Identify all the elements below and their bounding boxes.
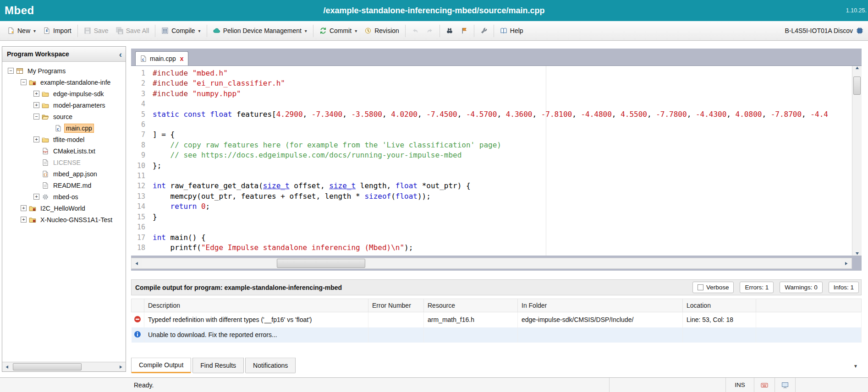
code-content[interactable]: #include "mbed.h"#include "ei_run_classi… — [149, 66, 862, 256]
pelion-device-management-button[interactable]: Pelion Device Management▾ — [209, 24, 311, 37]
code-line: } — [153, 212, 862, 222]
editor-vertical-scrollbar[interactable] — [852, 66, 862, 256]
workspace-scroll-track[interactable] — [12, 362, 116, 371]
find-button[interactable] — [442, 24, 457, 37]
svg-text:c: c — [142, 57, 144, 62]
scroll-left-icon[interactable] — [132, 258, 142, 268]
tree-item-label: example-standalone-infe — [38, 78, 112, 87]
tab-notifications[interactable]: Notifications — [245, 358, 296, 373]
help-button[interactable]: Help — [496, 24, 527, 37]
toolbar-label: Commit — [330, 27, 352, 34]
collapse-icon[interactable]: − — [8, 68, 14, 74]
workspace-scroll-thumb[interactable] — [13, 363, 82, 370]
counter-buttons: Errors: 1Warnings: 0Infos: 1 — [740, 282, 859, 293]
close-tab-icon[interactable]: x — [180, 55, 184, 62]
tree-item-cmakelists-txt[interactable]: TXTCMakeLists.txt — [2, 145, 126, 157]
compile-icon — [161, 27, 169, 34]
tree-item-license[interactable]: LICENSE — [2, 157, 126, 168]
expander-spacer — [33, 171, 39, 177]
chevron-down-icon: ▾ — [305, 28, 307, 33]
tab-find-results[interactable]: Find Results — [192, 358, 244, 373]
tree-item-main-cpp[interactable]: cmain.cpp — [2, 122, 126, 134]
collapse-panel-icon[interactable]: ‹ — [119, 50, 122, 59]
expand-icon[interactable]: + — [33, 102, 39, 108]
vertical-scroll-thumb[interactable] — [853, 76, 861, 95]
editor-horizontal-scrollbar[interactable] — [131, 258, 852, 269]
infos-counter-button[interactable]: Infos: 1 — [829, 282, 859, 293]
my-programs-icon — [16, 67, 23, 75]
find-icon — [446, 27, 453, 34]
result-cell — [683, 327, 756, 343]
import-button[interactable]: Import — [39, 24, 75, 37]
expand-icon[interactable]: + — [33, 91, 39, 97]
line-number: 18 — [131, 243, 145, 253]
panel-menu-button[interactable]: ▼ — [850, 360, 862, 371]
expand-icon[interactable]: + — [21, 217, 27, 223]
svg-text:TXT: TXT — [43, 151, 48, 153]
expand-icon[interactable]: + — [33, 136, 39, 142]
warnings-counter-button[interactable]: Warnings: 0 — [780, 282, 823, 293]
result-cell: arm_math_f16.h — [424, 312, 518, 327]
tree-item-mbed-os[interactable]: +mbed-os — [2, 191, 126, 202]
tab-main-cpp[interactable]: c main.cpp x — [135, 51, 188, 65]
tree-item-readme-md[interactable]: README.md — [2, 180, 126, 191]
expand-icon[interactable]: + — [33, 194, 39, 200]
workspace-horizontal-scrollbar[interactable] — [2, 362, 126, 371]
redo-icon — [426, 27, 434, 34]
folder-icon — [42, 102, 49, 109]
folder-open-icon — [42, 113, 49, 120]
tree-item-label: main.cpp — [64, 124, 94, 133]
tree-item-label: source — [51, 112, 74, 121]
scroll-down-icon[interactable] — [852, 251, 862, 256]
code-line: }; — [153, 161, 862, 171]
wrench-button[interactable] — [477, 24, 491, 37]
tree-item-tflite-model[interactable]: +tflite-model — [2, 134, 126, 145]
tree-item-x-nucleo-gnss1a1-test[interactable]: +X-Nucleo-GNSS1A1-Test — [2, 214, 126, 225]
tree-item-source[interactable]: −source — [2, 111, 126, 122]
keyboard-icon[interactable] — [754, 378, 775, 392]
tree-item-label: model-parameters — [51, 101, 107, 110]
file-icon — [42, 159, 49, 166]
insert-mode-indicator: INS — [725, 378, 754, 392]
display-icon[interactable] — [775, 378, 795, 392]
collapse-icon[interactable]: − — [33, 114, 39, 120]
counter-label: Infos: 1 — [834, 284, 854, 291]
scroll-right-icon[interactable] — [116, 362, 126, 371]
verbose-checkbox[interactable]: Verbose — [692, 282, 734, 293]
folder-icon — [42, 90, 49, 98]
line-number: 2 — [131, 78, 145, 88]
errors-counter-button[interactable]: Errors: 1 — [740, 282, 774, 293]
scroll-up-icon[interactable] — [852, 66, 862, 70]
result-row[interactable]: Unable to download. Fix the reported err… — [132, 327, 862, 343]
status-bar: Ready. INS — [0, 377, 868, 392]
expand-icon[interactable]: + — [21, 205, 27, 211]
status-cell-empty — [609, 378, 725, 392]
device-select-button[interactable]: B-L4S5I-IOT01A Discov — [781, 24, 864, 37]
editor-scroll-track[interactable] — [142, 258, 841, 268]
line-number: 12 — [131, 181, 145, 191]
flag-button[interactable] — [457, 24, 472, 37]
commit-button[interactable]: Commit▾ — [316, 24, 361, 37]
new-button[interactable]: New▾ — [4, 24, 39, 37]
line-number: 1 — [131, 68, 145, 78]
tree-item-my-programs[interactable]: −My Programs — [2, 65, 126, 76]
compile-button[interactable]: Compile▾ — [158, 24, 204, 37]
new-document-icon — [7, 27, 15, 34]
revision-button[interactable]: Revision — [361, 24, 403, 37]
result-row[interactable]: Typedef redefinition with different type… — [132, 312, 862, 327]
tree-item-mbed-app-json[interactable]: {}mbed_app.json — [2, 168, 126, 180]
result-cell — [368, 312, 424, 327]
horizontal-scroll-thumb[interactable] — [277, 259, 365, 268]
tab-compile-output[interactable]: Compile Output — [131, 358, 191, 373]
tree-item-example-standalone-infe[interactable]: −example-standalone-infe — [2, 76, 126, 88]
scroll-left-icon[interactable] — [2, 362, 12, 371]
collapse-icon[interactable]: − — [21, 79, 27, 85]
line-number: 4 — [131, 99, 145, 109]
tree-item-i2c-helloworld[interactable]: +I2C_HelloWorld — [2, 202, 126, 214]
open-file-path: /example-standalone-inferencing-mbed/sou… — [323, 6, 544, 16]
tree-item-model-parameters[interactable]: +model-parameters — [2, 99, 126, 111]
svg-text:c: c — [57, 126, 59, 131]
program-workspace-panel: Program Workspace ‹ −My Programs−example… — [2, 46, 126, 372]
tree-item-edge-impulse-sdk[interactable]: +edge-impulse-sdk — [2, 88, 126, 99]
scroll-right-icon[interactable] — [841, 258, 852, 268]
